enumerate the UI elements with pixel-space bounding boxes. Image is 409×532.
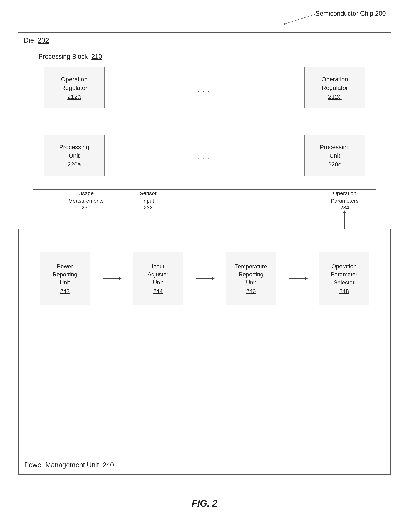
op-regulator-a-box: Operation Regulator 212a xyxy=(44,67,104,108)
proc-unit-d-title: Processing Unit xyxy=(320,143,350,160)
pmu-arrow-3 xyxy=(289,278,306,279)
proc-unit-d-box: Processing Unit 220d xyxy=(305,135,365,176)
pmu-arrowhead-3 xyxy=(305,277,308,280)
die-box: Die 202 Processing Block 210 Operation R… xyxy=(18,32,391,475)
page-container: Semiconductor Chip 200 Die 202 Processin… xyxy=(0,0,409,532)
proc-unit-d-num: 220d xyxy=(328,161,342,168)
arrow-reg-a-to-unit-a xyxy=(74,108,74,135)
processing-block-num: 210 xyxy=(91,53,102,60)
op-params-signal: Operation Parameters 234 xyxy=(331,190,359,230)
chip-label: Semiconductor Chip 200 xyxy=(316,10,386,17)
dots-units: ... xyxy=(197,151,212,162)
usage-measurements-signal: Usage Measurements 230 xyxy=(68,190,104,230)
processing-block-label: Processing Block 210 xyxy=(38,53,102,60)
op-param-selector-box: Operation Parameter Selector 248 xyxy=(319,252,369,305)
op-regulator-d-num: 212d xyxy=(328,93,342,100)
diagram-area: Die 202 Processing Block 210 Operation R… xyxy=(18,32,391,475)
die-label: Die 202 xyxy=(24,37,49,44)
input-adjuster-box: Input Adjuster Unit 244 xyxy=(133,252,183,305)
die-num: 202 xyxy=(38,37,49,44)
pmu-arrowhead-1 xyxy=(119,277,122,280)
sensor-input-signal: Sensor Input 232 xyxy=(140,190,157,230)
usage-measurements-arrow xyxy=(86,213,86,230)
usage-measurements-num: 230 xyxy=(82,205,90,211)
svg-marker-1 xyxy=(283,23,286,25)
op-regulator-d-title: Operation Regulator xyxy=(321,75,348,92)
input-adjuster-title: Input Adjuster Unit xyxy=(148,262,168,286)
pmu-box: Power Management Unit 240 Power Reportin… xyxy=(18,229,391,474)
processing-block: Processing Block 210 Operation Regulator… xyxy=(33,49,376,190)
arrow-reg-d-to-unit-d xyxy=(335,108,335,135)
pmu-units-row: Power Reporting Unit 242 Input Adjuster … xyxy=(33,247,376,310)
sensor-input-arrow xyxy=(148,213,149,230)
figure-label: FIG. 2 xyxy=(192,498,217,509)
proc-unit-a-num: 220a xyxy=(67,161,81,168)
op-regulator-a-num: 212a xyxy=(67,93,81,100)
pmu-label-text: Power Management Unit xyxy=(24,461,99,469)
pmu-arrow-2 xyxy=(196,278,213,279)
processing-block-label-text: Processing Block xyxy=(38,53,88,60)
pmu-arrow-1 xyxy=(103,278,120,279)
proc-unit-a-title: Processing Unit xyxy=(59,143,89,160)
op-param-selector-title: Operation Parameter Selector xyxy=(331,262,357,286)
op-regulator-d-box: Operation Regulator 212d xyxy=(305,67,365,108)
chip-callout: Semiconductor Chip 200 xyxy=(316,10,386,17)
temp-reporting-box: Temperature Reporting Unit 246 xyxy=(226,252,276,305)
power-reporting-box: Power Reporting Unit 242 xyxy=(40,252,90,305)
op-param-selector-num: 248 xyxy=(339,288,349,295)
sensor-input-label: Sensor Input xyxy=(140,190,157,205)
chip-callout-line xyxy=(282,12,322,29)
op-params-label: Operation Parameters xyxy=(331,190,359,205)
power-reporting-num: 242 xyxy=(60,288,70,295)
op-regulator-a-title: Operation Regulator xyxy=(61,75,87,92)
op-params-num: 234 xyxy=(340,205,349,211)
sensor-input-num: 232 xyxy=(144,205,153,211)
pmu-num: 240 xyxy=(102,461,114,469)
op-params-arrow xyxy=(344,213,345,230)
temp-reporting-title: Temperature Reporting Unit xyxy=(235,262,267,286)
die-label-text: Die xyxy=(24,37,34,44)
svg-line-0 xyxy=(284,13,318,24)
input-adjuster-num: 244 xyxy=(153,288,163,295)
temp-reporting-num: 246 xyxy=(246,288,256,295)
dots-regulators: ... xyxy=(197,83,212,94)
pmu-arrowhead-2 xyxy=(212,277,214,280)
pmu-label: Power Management Unit 240 xyxy=(24,461,114,469)
op-params-arrowhead xyxy=(343,210,346,213)
power-reporting-title: Power Reporting Unit xyxy=(53,262,77,286)
usage-measurements-label: Usage Measurements xyxy=(68,190,104,205)
proc-unit-a-box: Processing Unit 220a xyxy=(44,135,104,176)
